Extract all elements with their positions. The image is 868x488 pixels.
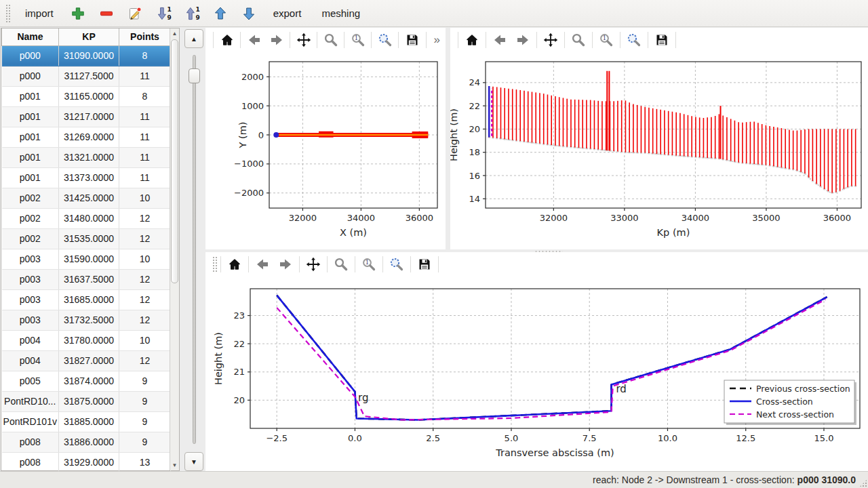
table-row[interactable]: p00231425.000010: [2, 188, 171, 208]
zoom-fit-button[interactable]: [623, 30, 646, 50]
table-row[interactable]: PontRD101v31885.00009: [2, 411, 171, 432]
zoom-fit-button[interactable]: [385, 254, 408, 274]
svg-text:14: 14: [469, 194, 480, 204]
svg-text:1: 1: [355, 35, 358, 41]
back-button[interactable]: [488, 30, 511, 50]
move-up-icon: [212, 5, 229, 22]
toolbar-grip[interactable]: [5, 4, 10, 22]
home-button[interactable]: [460, 30, 484, 50]
pan-button[interactable]: [302, 254, 325, 274]
move-up-button[interactable]: [210, 3, 231, 24]
zoom-button[interactable]: [319, 30, 342, 50]
table-row[interactable]: p00131217.000011: [2, 106, 171, 127]
svg-text:1: 1: [195, 6, 199, 13]
move-down-button[interactable]: [238, 3, 260, 24]
table-row[interactable]: p00031090.00008: [2, 45, 171, 66]
svg-text:21: 21: [233, 367, 245, 377]
save-icon: [404, 32, 420, 48]
table-row[interactable]: p00031127.500011: [2, 66, 171, 86]
toolbar-separator: [344, 32, 344, 48]
back-button[interactable]: [243, 30, 265, 50]
plan-view-chart[interactable]: 320003400036000−2000−1000010002000X (m)Y…: [205, 52, 446, 247]
table-row[interactable]: p00331637.500012: [2, 269, 171, 289]
slider-track[interactable]: [193, 55, 196, 444]
table-row[interactable]: p00231480.000012: [2, 208, 171, 228]
scroll-down-icon[interactable]: ▼: [170, 461, 179, 470]
table-row[interactable]: p00531874.00009: [2, 371, 171, 391]
home-button[interactable]: [223, 254, 246, 274]
table-row[interactable]: p00831886.00009: [2, 432, 171, 452]
pan-icon: [542, 32, 559, 48]
table-scrollbar[interactable]: ▲ ▼: [170, 28, 179, 470]
zoom-fit-button[interactable]: [374, 30, 396, 50]
plan-view-panel: 1» 320003400036000−2000−1000010002000X (…: [205, 28, 446, 249]
toolbar-separator: [458, 32, 458, 48]
sort-ascending-button[interactable]: 19: [181, 3, 203, 24]
table-scrollbar-thumb[interactable]: [171, 39, 178, 283]
zoom-icon: [323, 32, 339, 48]
scroll-up-icon[interactable]: ▲: [170, 29, 179, 38]
edit-button[interactable]: [124, 3, 146, 24]
add-icon: [70, 5, 86, 22]
zoom-fit-icon: [389, 256, 405, 272]
column-header-kp[interactable]: KP: [59, 28, 119, 45]
table-row[interactable]: p00331732.500012: [2, 310, 171, 330]
slider-up-button[interactable]: ▲: [184, 29, 203, 48]
annotation-rg: rg: [358, 392, 368, 404]
toolbar-separator: [564, 32, 565, 48]
slider-handle[interactable]: [189, 68, 200, 83]
cross-section-chart[interactable]: −2.50.02.55.07.510.012.515.020212223Tran…: [205, 277, 868, 470]
table-row[interactable]: p00131321.000011: [2, 147, 171, 167]
forward-button[interactable]: [274, 254, 297, 274]
zoom-1-button[interactable]: 1: [347, 30, 369, 50]
longitudinal-profile-chart[interactable]: 3200033000340003500036000141618202224Kp …: [450, 52, 868, 247]
back-button[interactable]: [251, 254, 274, 274]
zoom-button[interactable]: [330, 254, 353, 274]
table-row[interactable]: p00131269.000011: [2, 127, 171, 147]
pan-button[interactable]: [539, 30, 562, 50]
svg-text:22: 22: [233, 339, 245, 349]
table-row[interactable]: PontRD10...31875.00009: [2, 391, 171, 411]
table-row[interactable]: p00331685.000012: [2, 289, 171, 310]
toolbar-separator: [355, 256, 355, 272]
svg-text:33000: 33000: [610, 213, 638, 223]
import-button[interactable]: import: [18, 5, 60, 22]
table-row[interactable]: p00831929.000013: [2, 452, 171, 472]
toolbar-overflow-button[interactable]: »: [429, 33, 446, 47]
table-row[interactable]: p00431780.000010: [2, 330, 171, 350]
zoom-1-icon: 1: [598, 32, 614, 48]
table-row[interactable]: p00231535.000012: [2, 228, 171, 249]
table-row[interactable]: p00131373.000011: [2, 167, 171, 188]
save-button[interactable]: [650, 30, 673, 50]
table-row[interactable]: p00331590.000010: [2, 249, 171, 269]
column-header-name[interactable]: Name: [2, 28, 59, 45]
forward-icon: [277, 256, 294, 272]
toolbar-separator: [536, 32, 537, 48]
sort-descending-button[interactable]: 19: [153, 3, 174, 24]
remove-button[interactable]: [96, 3, 117, 24]
toolbar-separator: [317, 32, 317, 48]
zoom-button[interactable]: [567, 30, 590, 50]
meshing-button[interactable]: meshing: [315, 5, 367, 22]
toolbar-grip[interactable]: [212, 256, 217, 272]
zoom-1-button[interactable]: 1: [357, 254, 380, 274]
forward-button[interactable]: [511, 30, 534, 50]
add-button[interactable]: [67, 3, 89, 24]
toolbar-separator: [410, 256, 411, 272]
svg-text:23: 23: [233, 310, 245, 321]
save-button[interactable]: [401, 30, 423, 50]
column-header-points[interactable]: Points: [119, 28, 171, 45]
forward-button[interactable]: [265, 30, 288, 50]
zoom-1-button[interactable]: 1: [595, 30, 618, 50]
pan-button[interactable]: [292, 30, 315, 50]
save-button[interactable]: [413, 254, 436, 274]
cross-section-table: NameKPPoints p00031090.00008p00031127.50…: [1, 28, 171, 473]
table-row[interactable]: p00131165.00008: [2, 86, 171, 106]
toolbar-separator: [648, 32, 648, 48]
svg-text:5.0: 5.0: [505, 433, 519, 443]
home-button[interactable]: [216, 30, 238, 50]
slider-down-button[interactable]: ▼: [184, 452, 203, 471]
table-row[interactable]: p00431827.000012: [2, 350, 171, 371]
toolbar-separator: [299, 256, 300, 272]
export-button[interactable]: export: [267, 5, 309, 22]
